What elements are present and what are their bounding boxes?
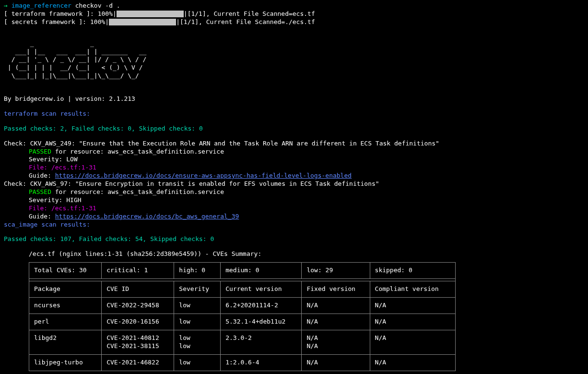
cell-fixed: N/A N/A bbox=[302, 330, 370, 354]
prompt-arrow: → bbox=[4, 2, 8, 9]
check-file: File: /ecs.tf:1-31 bbox=[4, 164, 584, 172]
terminal-output: → image_referencer checkov -d . [ terraf… bbox=[4, 2, 584, 371]
status-resource: for resource: aws_ecs_task_definition.se… bbox=[51, 188, 224, 195]
col-cve-id: CVE ID bbox=[102, 281, 174, 298]
cell-cve-id: CVE-2021-46822 bbox=[102, 354, 174, 371]
cell-fixed: N/A bbox=[302, 314, 370, 330]
cve-summary-header: /ecs.tf (nginx lines:1-31 (sha256:2d389e… bbox=[4, 250, 584, 258]
cell-current: 2.3.0-2 bbox=[221, 330, 302, 354]
cve-medium: medium: 0 bbox=[221, 263, 302, 279]
cve-totals-row: Total CVEs: 30 critical: 1 high: 0 mediu… bbox=[29, 263, 456, 279]
status-passed: PASSED bbox=[29, 148, 51, 155]
check-status: PASSED for resource: aws_ecs_task_defini… bbox=[4, 188, 584, 196]
col-current: Current version bbox=[221, 281, 302, 298]
cell-fixed: N/A bbox=[302, 298, 370, 314]
progress-secrets-prefix: [ secrets framework ]: 100%| bbox=[4, 18, 109, 25]
col-compliant: Compliant version bbox=[370, 281, 455, 298]
cve-header-row: Package CVE ID Severity Current version … bbox=[29, 281, 456, 298]
progress-secrets: [ secrets framework ]: 100%||[1/1], Curr… bbox=[4, 18, 584, 26]
file-label: File: bbox=[29, 164, 51, 171]
cell-current: 5.32.1-4+deb11u2 bbox=[221, 314, 302, 330]
cell-severity: low bbox=[174, 298, 221, 314]
cve-high: high: 0 bbox=[174, 263, 221, 279]
check-file: File: /ecs.tf:1-31 bbox=[4, 205, 584, 213]
cell-package: ncurses bbox=[29, 298, 102, 314]
prompt-path: image_referencer bbox=[12, 2, 71, 9]
table-row: libgd2 CVE-2021-40812 CVE-2021-38115 low… bbox=[29, 330, 456, 354]
terraform-summary: Passed checks: 2, Failed checks: 0, Skip… bbox=[4, 125, 584, 133]
progress-terraform-suffix: |[1/1], Current File Scanned=ecs.tf bbox=[184, 10, 315, 17]
file-path: /ecs.tf:1-31 bbox=[51, 205, 96, 212]
terraform-section-header: terraform scan results: bbox=[4, 110, 584, 118]
cell-current: 1:2.0.6-4 bbox=[221, 354, 302, 371]
cve-total: Total CVEs: 30 bbox=[29, 263, 102, 279]
cell-package: libjpeg-turbo bbox=[29, 354, 102, 371]
check-guide: Guide: https://docs.bridgecrew.io/docs/b… bbox=[4, 213, 584, 221]
check-severity: Severity: LOW bbox=[4, 156, 584, 164]
cell-package: libgd2 bbox=[29, 330, 102, 354]
check-title: Check: CKV_AWS_249: "Ensure that the Exe… bbox=[4, 140, 584, 148]
cve-table: Total CVEs: 30 critical: 1 high: 0 mediu… bbox=[29, 262, 456, 371]
guide-label: Guide: bbox=[29, 172, 55, 179]
cell-fixed: N/A bbox=[302, 354, 370, 371]
check-severity: Severity: HIGH bbox=[4, 196, 584, 205]
command-text: checkov -d . bbox=[75, 2, 120, 9]
progress-secrets-suffix: |[1/1], Current File Scanned=./ecs.tf bbox=[176, 18, 315, 25]
cell-compliant: N/A bbox=[370, 330, 455, 354]
col-fixed: Fixed version bbox=[302, 281, 370, 298]
check-status: PASSED for resource: aws_ecs_task_defini… bbox=[4, 148, 584, 156]
cell-current: 6.2+20201114-2 bbox=[221, 298, 302, 314]
check-title: Check: CKV_AWS_97: "Ensure Encryption in… bbox=[4, 180, 584, 188]
guide-link[interactable]: https://docs.bridgecrew.io/docs/ensure-a… bbox=[55, 172, 352, 179]
status-resource: for resource: aws_ecs_task_definition.se… bbox=[51, 148, 224, 155]
cell-cve-id: CVE-2020-16156 bbox=[102, 314, 174, 330]
col-severity: Severity bbox=[174, 281, 221, 298]
cell-cve-id: CVE-2021-40812 CVE-2021-38115 bbox=[102, 330, 174, 354]
cve-critical: critical: 1 bbox=[102, 263, 174, 279]
cve-skipped: skipped: 0 bbox=[370, 263, 455, 279]
sca-section-header: sca_image scan results: bbox=[4, 221, 584, 229]
sca-summary: Passed checks: 107, Failed checks: 54, S… bbox=[4, 235, 584, 243]
table-row: ncurses CVE-2022-29458 low 6.2+20201114-… bbox=[29, 298, 456, 314]
byline: By bridgecrew.io | version: 2.1.213 bbox=[4, 95, 584, 103]
file-label: File: bbox=[29, 205, 51, 212]
progress-bar bbox=[109, 19, 176, 25]
ascii-logo: _ _ ___| |__ ___ ___| | _______ __ / __|… bbox=[4, 40, 584, 88]
status-passed: PASSED bbox=[29, 188, 51, 195]
table-row: perl CVE-2020-16156 low 5.32.1-4+deb11u2… bbox=[29, 314, 456, 330]
cell-severity: low bbox=[174, 354, 221, 371]
progress-terraform-prefix: [ terraform framework ]: 100%| bbox=[4, 10, 117, 17]
col-package: Package bbox=[29, 281, 102, 298]
cell-compliant: N/A bbox=[370, 314, 455, 330]
cell-compliant: N/A bbox=[370, 298, 455, 314]
guide-label: Guide: bbox=[29, 213, 55, 220]
cell-severity: low low bbox=[174, 330, 221, 354]
cell-severity: low bbox=[174, 314, 221, 330]
cve-low: low: 29 bbox=[302, 263, 370, 279]
guide-link[interactable]: https://docs.bridgecrew.io/docs/bc_aws_g… bbox=[55, 213, 239, 220]
file-path: /ecs.tf:1-31 bbox=[51, 164, 96, 171]
cell-cve-id: CVE-2022-29458 bbox=[102, 298, 174, 314]
progress-terraform: [ terraform framework ]: 100%||[1/1], Cu… bbox=[4, 10, 584, 18]
progress-bar bbox=[117, 11, 184, 17]
table-row: libjpeg-turbo CVE-2021-46822 low 1:2.0.6… bbox=[29, 354, 456, 371]
cell-package: perl bbox=[29, 314, 102, 330]
prompt-line: → image_referencer checkov -d . bbox=[4, 2, 584, 10]
cell-compliant: N/A bbox=[370, 354, 455, 371]
check-guide: Guide: https://docs.bridgecrew.io/docs/e… bbox=[4, 172, 584, 180]
